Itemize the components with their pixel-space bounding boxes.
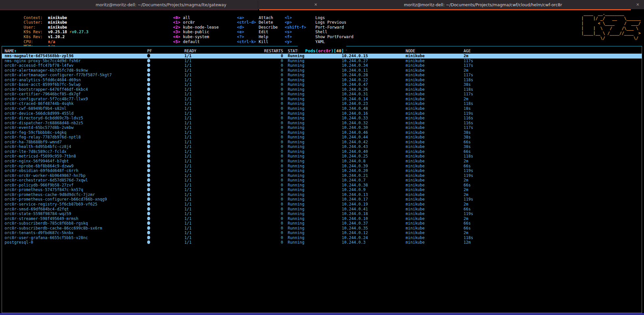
port-forward-dot-icon (147, 83, 150, 86)
table-row[interactable]: orc8r-state-5598f98784-wqz59 1/1 0 Runni… (2, 211, 642, 216)
table-row[interactable]: orc8r-orchestrator-6d57d8576d-7xqwl 1/1 … (2, 178, 642, 183)
table-row[interactable]: orc8r-analytics-5fdd6c4684-d69sn 1/1 0 R… (2, 78, 642, 83)
table-row[interactable]: orc8r-dispatcher-7c68868d48-nb2z5 1/1 0 … (2, 121, 642, 126)
pf-cell (147, 82, 150, 87)
terminal-tab-bar: moritz@moritz-dell: ~/Documents/Projects… (0, 0, 644, 9)
pod-restarts: 0 (230, 78, 283, 83)
table-row[interactable]: orc8r-base-acct-8599f6b7fc-5wlwp 1/1 0 R… (2, 82, 642, 87)
pf-cell (147, 187, 150, 192)
pod-ip: 10.244.0.7 (342, 178, 365, 183)
table-row[interactable]: orc8r-policydb-966f9b58-27zvf 1/1 0 Runn… (2, 183, 642, 188)
pf-cell (147, 183, 150, 188)
pod-status: Running (288, 164, 305, 169)
pod-restarts: 0 (230, 68, 283, 73)
pod-age: 66s (464, 183, 471, 188)
port-forward-dot-icon (147, 54, 150, 58)
pod-node: minikube (406, 63, 425, 68)
table-row[interactable]: orc8r-obsidian-69f6dd648f-c6rrh 1/1 0 Ru… (2, 168, 642, 173)
table-row[interactable]: orc8r-eventd-65bc577d8b-2vmbw 1/1 0 Runn… (2, 125, 642, 130)
pod-restarts: 0 (230, 121, 283, 126)
pod-ip: 10.244.0.26 (342, 87, 368, 92)
pod-restarts: 0 (230, 216, 283, 221)
table-row[interactable]: orc8r-smsd-69df684bc4-d2fqt 1/1 0 Runnin… (2, 207, 642, 212)
pod-age: 2m (464, 202, 468, 207)
pf-cell (147, 130, 150, 135)
cluster-info: Context:minikube Cluster:minikube User:m… (5, 11, 89, 44)
table-row[interactable]: orc8r-subscriberdb-cache-86cc699c8b-sx6r… (2, 226, 642, 231)
column-restarts: RESTARTS (230, 49, 283, 54)
pod-ip: 10.244.0.11 (342, 68, 368, 73)
table-row[interactable]: orc8r-ha-78b688bf9-wmnd7 1/1 0 Running 1… (2, 140, 642, 145)
info-value: minikube (48, 25, 67, 30)
pod-ip: 10.244.0.22 (342, 78, 368, 83)
table-row[interactable]: orc8r-prometheus-cache-9d8d9dcfc-7jzmr 1… (2, 192, 642, 197)
table-row[interactable]: orc8r-subscriberdb-785c8f6bb8-rgskq 1/1 … (2, 221, 642, 226)
table-row[interactable]: orc8r-service-registry-5f6cb87b69-vf625 … (2, 202, 642, 207)
pod-node: minikube (406, 192, 425, 197)
pod-name: orc8r-device-566dc8d999-455ld (5, 111, 74, 116)
hotkey-action: Logs Previous (315, 20, 346, 25)
pod-ip: 10.244.0.28 (342, 73, 368, 78)
pod-ready: 1/1 (184, 116, 192, 121)
table-row[interactable]: orc8r-health-6d95b4bfc-cz8j4 1/1 0 Runni… (2, 144, 642, 149)
table-row[interactable]: orc8r-nginx-56f99464f-b7qbt 1/1 0 Runnin… (2, 159, 642, 164)
pod-restarts: 0 (230, 140, 283, 145)
table-row[interactable]: orc8r-tenants-d9fbd687c-5knbx 1/1 0 Runn… (2, 230, 642, 235)
table-row[interactable]: orc8r-nprobe-6bf8b864c9-dzww9 1/1 0 Runn… (2, 164, 642, 169)
pod-age: 38s (464, 135, 471, 140)
table-row[interactable]: orc8r-prometheus-configurer-b66cd766b-xn… (2, 197, 642, 202)
pod-rows: nms-magmalte-6d754568bb-zpl96 1/1 0 Runn… (2, 54, 642, 245)
table-row[interactable]: orc8r-device-566dc8d999-455ld 1/1 0 Runn… (2, 111, 642, 116)
close-icon[interactable]: ✕ (314, 2, 317, 7)
pod-name: orc8r-policydb-966f9b58-27zvf (5, 183, 74, 188)
pod-age: 2m (464, 192, 468, 197)
table-row[interactable]: orc8r-streamer-598f495649-mrmsh 1/1 0 Ru… (2, 216, 642, 221)
tab-cwf-orc8r[interactable]: moritz@moritz-dell: ~/Documents/Projects… (322, 0, 644, 9)
table-row[interactable]: orc8r-prometheus-57475f847c-kn57q 1/1 0 … (2, 187, 642, 192)
table-row[interactable]: orc8r-orc8r-worker-6b9649867-hn7bp 1/1 0… (2, 173, 642, 178)
table-row[interactable]: orc8r-cwf-68949bf9b4-s82nl 1/1 0 Running… (2, 106, 642, 111)
port-forward-dot-icon (147, 169, 150, 172)
pod-age: 116s (464, 121, 473, 126)
pod-ready: 1/1 (184, 82, 192, 87)
pod-restarts: 0 (230, 59, 283, 63)
tab-lte-gateway[interactable]: moritz@moritz-dell: ~/Documents/Projects… (0, 0, 322, 9)
table-row[interactable]: orc8r-configurator-5f7cc48c77-llwx9 1/1 … (2, 97, 642, 102)
pod-restarts: 0 (230, 97, 283, 102)
table-row[interactable]: nms-magmalte-6d754568bb-zpl96 1/1 0 Runn… (2, 54, 642, 59)
table-row[interactable]: orc8r-bootstrapper-6476ff46df-6kbc4 1/1 … (2, 87, 642, 92)
info-label: Context: (24, 15, 48, 20)
table-row[interactable]: orc8r-ctraced-86f48744b-4sqhk 1/1 0 Runn… (2, 101, 642, 106)
table-row[interactable]: orc8r-certifier-79646bcf85-dk7gf 1/1 0 R… (2, 92, 642, 97)
table-row[interactable]: orc8r-accessd-ffc47bf78-l4fwv 1/1 0 Runn… (2, 63, 642, 68)
pod-name: orc8r-obsidian-69f6dd648f-c6rrh (5, 168, 78, 173)
upgrade-version: v0.27.3 (72, 30, 89, 34)
hotkey-key: <a> (237, 15, 259, 20)
pod-name: orc8r-streamer-598f495649-mrmsh (5, 216, 78, 221)
table-row[interactable]: orc8r-alertmanager-6b7d5fc7d8-9s9nw 1/1 … (2, 68, 642, 73)
pod-name: orc8r-analytics-5fdd6c4684-d69sn (5, 78, 81, 83)
table-row[interactable]: orc8r-feg-59cfbbbb8c-s4gkq 1/1 0 Running… (2, 130, 642, 135)
table-row[interactable]: orc8r-feg-relay-7787db976d-nptl8 1/1 0 R… (2, 135, 642, 140)
table-row[interactable]: nms-nginx-proxy-5bc7cc4d9d-fsh6r 1/1 0 R… (2, 59, 642, 63)
pod-status: Running (288, 121, 305, 126)
pod-age: 2m (464, 54, 468, 59)
table-row[interactable]: orc8r-directoryd-6cbdd69c7b-ldvz5 1/1 0 … (2, 116, 642, 121)
pod-name: orc8r-base-acct-8599f6b7fc-5wlwp (5, 82, 81, 87)
pod-restarts: 0 (230, 106, 283, 111)
pod-name: orc8r-cwf-68949bf9b4-s82nl (5, 106, 67, 111)
port-forward-dot-icon (147, 159, 150, 163)
pod-status: Running (288, 101, 305, 106)
close-icon[interactable]: ✕ (636, 2, 639, 7)
table-row[interactable]: orc8r-lte-7d8c589cc7-fcldx 1/1 0 Running… (2, 149, 642, 154)
pod-restarts: 0 (230, 240, 283, 245)
table-row[interactable]: orc8r-user-grafana-6655cf5bb5-v28nc 1/1 … (2, 235, 642, 240)
panel-title-namespace: orc8r (318, 48, 331, 53)
pod-ready: 1/1 (184, 59, 192, 63)
table-row[interactable]: orc8r-metricsd-f5699c959-7tbn8 1/1 0 Run… (2, 154, 642, 159)
namespace-hotkey: <4> (173, 35, 183, 39)
table-row[interactable]: orc8r-alertmanager-configurer-f77bf587f-… (2, 73, 642, 78)
pf-cell (147, 154, 150, 159)
namespace-name: kube-node-lease (183, 25, 219, 30)
table-row[interactable]: postgresql-0 1/1 0 Running 10.244.0.3 mi… (2, 240, 642, 245)
